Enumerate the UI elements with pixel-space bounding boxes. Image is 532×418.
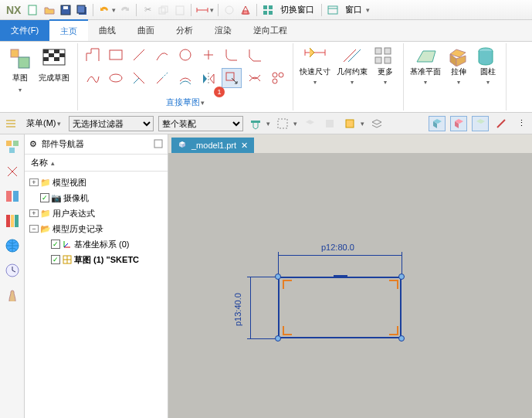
layer-icon[interactable] [369, 116, 385, 131]
menu-text-btn[interactable]: 菜单(M) ▾ [23, 117, 64, 129]
tree-model-view[interactable]: + 📁 模型视图 [26, 175, 166, 190]
paste-icon[interactable] [173, 3, 187, 17]
point-icon[interactable] [198, 45, 219, 65]
save-icon[interactable] [59, 3, 73, 17]
dim-left[interactable]: p13:40.0 [233, 293, 242, 326]
extend-icon[interactable] [152, 68, 172, 88]
tab-reverse[interactable]: 逆向工程 [242, 20, 298, 41]
expand-icon[interactable]: + [29, 209, 39, 217]
window-icon[interactable] [326, 3, 340, 17]
tab-render[interactable]: 渲染 [204, 20, 242, 41]
rectangle-icon[interactable] [106, 45, 126, 65]
nav-reuse-icon[interactable] [3, 212, 22, 230]
geo-constraint-btn[interactable]: 几何约束 ▾ [335, 45, 369, 87]
tree-sketch-item[interactable]: ✓ 草图 (1) "SKETC [26, 252, 166, 267]
measure-icon[interactable] [195, 3, 209, 17]
nav-part-icon[interactable] [3, 187, 22, 206]
undo-dropdown[interactable]: ▾ [112, 6, 116, 14]
select-face-icon[interactable] [302, 116, 317, 131]
save-all-icon[interactable] [75, 3, 89, 17]
handle-tl[interactable] [275, 274, 281, 280]
handle-bl[interactable] [275, 335, 281, 342]
tree-history[interactable]: − 📂 模型历史记录 [26, 221, 166, 236]
shade-toggle-2[interactable] [450, 116, 467, 131]
tab-home[interactable]: 主页 [49, 19, 88, 41]
nav-assembly-icon[interactable] [3, 138, 22, 156]
filter-select[interactable]: 无选择过滤器 [69, 116, 154, 131]
chevron-down-icon[interactable]: ▾ [19, 87, 22, 93]
shade-toggle-3[interactable] [472, 116, 489, 131]
assembly-select[interactable]: 整个装配 [158, 116, 243, 131]
open-icon[interactable] [42, 3, 56, 17]
tab-curve[interactable]: 曲线 [88, 20, 127, 41]
tree-camera[interactable]: ✓ 📷 摄像机 [26, 190, 166, 206]
chamfer-icon[interactable] [245, 45, 265, 65]
sketch-btn[interactable]: 草图 ▾ [5, 45, 36, 95]
new-icon[interactable] [26, 3, 40, 17]
fillet-icon[interactable] [222, 45, 242, 65]
perspective-icon[interactable] [239, 3, 252, 17]
offset-icon[interactable] [175, 68, 195, 88]
quick-dim-btn[interactable]: 快速尺寸 ▾ [298, 45, 332, 87]
filter-icon-1[interactable] [248, 116, 263, 131]
tab-surface[interactable]: 曲面 [127, 20, 165, 41]
check-icon[interactable]: ✓ [51, 255, 60, 264]
window-btn[interactable]: 窗口 [342, 4, 365, 15]
check-icon[interactable]: ✓ [40, 193, 49, 202]
switch-window-btn[interactable]: 切换窗口 [277, 4, 317, 15]
nav-process-icon[interactable] [3, 286, 22, 304]
copy-icon[interactable] [157, 3, 171, 17]
pin-icon[interactable] [154, 139, 163, 150]
project-curve-icon[interactable] [222, 68, 242, 88]
nav-col-header[interactable]: 名称 ▴ [25, 155, 168, 172]
grip-icon[interactable]: ⋮ [513, 116, 529, 131]
ellipse-icon[interactable] [106, 68, 126, 88]
cylinder-btn[interactable]: 圆柱 ▾ [475, 45, 501, 87]
profile-icon[interactable] [83, 45, 103, 65]
tab-file[interactable]: 文件(F) [0, 20, 49, 41]
trim-icon[interactable] [129, 68, 149, 88]
redo-icon[interactable] [118, 3, 132, 17]
arc-icon[interactable] [152, 45, 172, 65]
gear-icon[interactable]: ⚙ [29, 139, 37, 149]
finish-sketch-btn[interactable]: 完成草图 [36, 45, 73, 85]
dim-top[interactable]: p12:80.0 [321, 243, 354, 252]
undo-icon[interactable] [97, 3, 111, 17]
handle-br[interactable] [398, 335, 405, 342]
circle-icon[interactable] [175, 45, 195, 65]
more-btn[interactable]: 更多 ▾ [372, 45, 398, 87]
window-grid-icon[interactable] [261, 3, 275, 17]
tab-analysis[interactable]: 分析 [165, 20, 204, 41]
tree-user-expr[interactable]: + 📁 用户表达式 [26, 206, 166, 221]
menu-icon[interactable] [3, 116, 19, 131]
nav-history-icon[interactable] [3, 261, 22, 280]
sketch-rectangle[interactable] [278, 277, 402, 338]
select-region-icon[interactable] [275, 116, 290, 131]
canvas[interactable]: p12:80.0 p13:40.0 [168, 153, 532, 418]
highlight-icon[interactable] [342, 116, 357, 131]
shade-toggle-1[interactable] [429, 116, 446, 131]
select-body-icon[interactable] [322, 116, 337, 131]
close-icon[interactable]: ✕ [241, 141, 248, 151]
touch-icon[interactable] [222, 3, 236, 17]
mirror-icon[interactable] [198, 68, 219, 88]
edge-icon[interactable] [493, 116, 509, 131]
handle-tr[interactable] [398, 274, 405, 280]
nav-constraint-icon[interactable] [3, 162, 22, 181]
tree-datum-csys[interactable]: ✓ 基准坐标系 (0) [26, 236, 166, 252]
document-tab[interactable]: _model1.prt ✕ [171, 138, 254, 153]
expand-icon[interactable]: + [29, 178, 39, 186]
extrude-btn[interactable]: 拉伸 ▾ [446, 45, 472, 87]
spline-icon[interactable] [83, 68, 103, 88]
nav-web-icon[interactable] [3, 236, 22, 255]
cut-icon[interactable]: ✂ [141, 3, 154, 17]
window-dropdown[interactable]: ▾ [366, 6, 370, 14]
collapse-icon[interactable]: − [29, 225, 39, 233]
check-icon[interactable]: ✓ [51, 240, 60, 249]
line-icon[interactable] [129, 45, 149, 65]
svg-rect-61 [9, 148, 15, 153]
intersect-icon[interactable] [245, 68, 265, 88]
datum-plane-btn[interactable]: 基准平面 ▾ [408, 45, 442, 87]
measure-dropdown[interactable]: ▾ [210, 6, 214, 14]
pattern-icon[interactable] [268, 68, 288, 88]
